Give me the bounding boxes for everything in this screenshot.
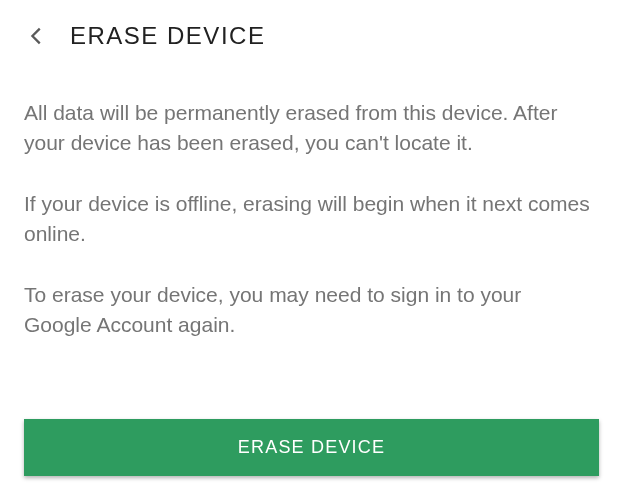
erase-device-button[interactable]: ERASE DEVICE: [24, 419, 599, 476]
header-bar: ERASE DEVICE: [24, 16, 599, 50]
warning-paragraph-3: To erase your device, you may need to si…: [24, 280, 591, 341]
warning-paragraph-2: If your device is offline, erasing will …: [24, 189, 591, 250]
content-area: All data will be permanently erased from…: [24, 98, 599, 413]
back-icon[interactable]: [24, 25, 48, 47]
warning-paragraph-1: All data will be permanently erased from…: [24, 98, 591, 159]
footer: ERASE DEVICE: [24, 413, 599, 476]
page-title: ERASE DEVICE: [70, 22, 265, 50]
